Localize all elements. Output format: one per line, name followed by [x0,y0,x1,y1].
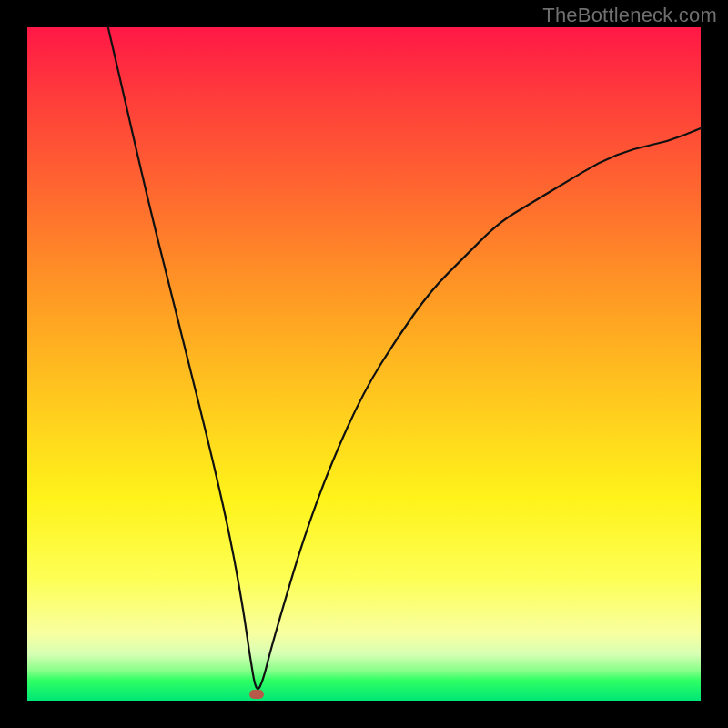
chart-frame: TheBottleneck.com [0,0,728,728]
curve-path [108,27,701,689]
plot-area [27,27,701,701]
optimal-marker [249,690,264,699]
watermark-text: TheBottleneck.com [542,4,717,27]
bottleneck-curve [27,27,701,701]
